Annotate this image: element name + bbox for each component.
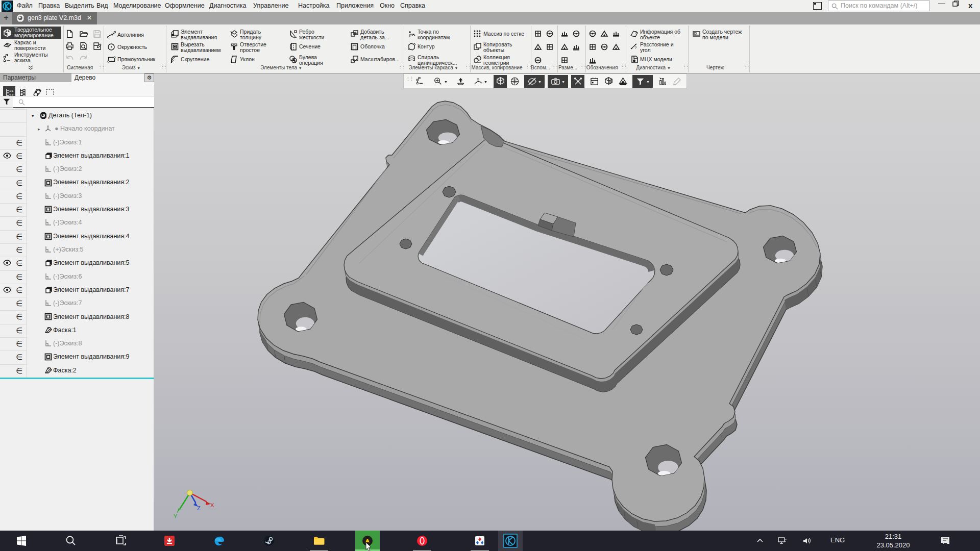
- svg-text:?: ?: [634, 30, 637, 35]
- svg-text:Y: Y: [174, 513, 178, 519]
- svg-text:X: X: [210, 502, 214, 508]
- svg-text:Z: Z: [197, 505, 201, 511]
- svg-text:?: ?: [634, 45, 637, 50]
